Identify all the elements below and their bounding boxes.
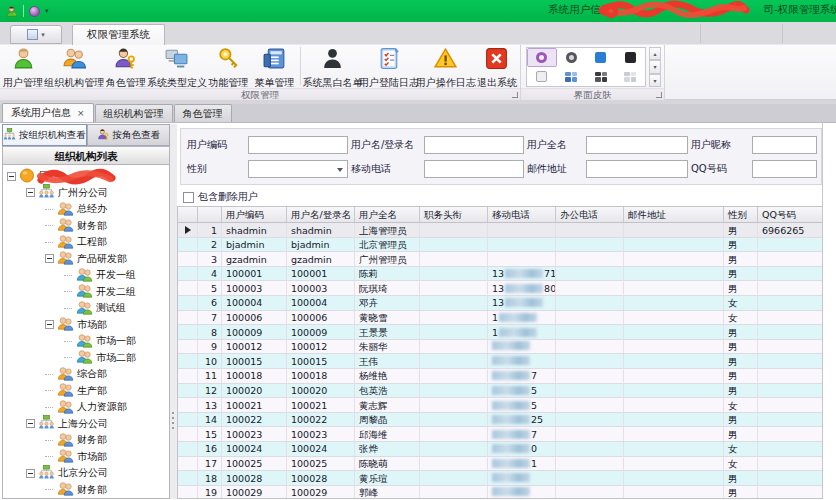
tree-node-测试组[interactable]: 测试组 — [3, 300, 169, 317]
table-row[interactable]: 9100012100012朱丽华男 — [178, 340, 822, 355]
table-row[interactable]: 19100029100029郭峰男 — [178, 486, 822, 499]
table-row[interactable]: 18100028100028黄乐瑄男 — [178, 471, 822, 486]
tree-node-开发一组[interactable]: 开发一组 — [3, 267, 169, 284]
table-row[interactable]: 17100025100025陈晓萌1女 — [178, 457, 822, 472]
table-row[interactable]: 11100018100018杨维艳7男 — [178, 369, 822, 384]
filter-input-用户昵称[interactable] — [752, 136, 817, 154]
gallery-dropdown-button[interactable]: ▾ — [649, 74, 661, 87]
column-header-用户编码[interactable]: 用户编码 — [222, 207, 287, 222]
table-row[interactable]: 13100021100021黄志辉5女 — [178, 398, 822, 413]
skin-blue-square[interactable] — [586, 48, 616, 67]
column-header-用户全名[interactable]: 用户全名 — [355, 207, 420, 222]
tree-node-人力资源部[interactable]: 人力资源部 — [3, 399, 169, 416]
table-row[interactable]: 10100015100015王伟男 — [178, 354, 822, 369]
doc-tab-系统用户信息[interactable]: 系统用户信息× — [2, 103, 94, 122]
column-header-性别[interactable]: 性别 — [724, 207, 758, 222]
skin-white-square[interactable] — [527, 67, 557, 86]
skin-blue-grid[interactable] — [557, 67, 587, 86]
filter-input-用户全名[interactable] — [586, 136, 688, 154]
expand-minus-icon[interactable] — [26, 469, 35, 478]
table-row[interactable]: 7100006100006黄晓雪1女 — [178, 311, 822, 326]
ribbon-button-2[interactable]: 组织机构管理 — [46, 45, 103, 88]
filter-input-邮件地址[interactable] — [586, 160, 688, 178]
tree-node-市场部[interactable]: 市场部 — [3, 449, 169, 466]
phone-blur-block — [492, 459, 530, 468]
table-row[interactable]: 6100004100004邓卉13女 — [178, 296, 822, 311]
dialog-launcher-icon[interactable] — [512, 92, 518, 98]
skin-light-grid[interactable] — [616, 67, 646, 86]
ribbon-button-5[interactable]: 功能管理 — [205, 45, 251, 88]
expand-minus-icon[interactable] — [45, 320, 54, 329]
quick-access-skin-icon[interactable] — [29, 6, 40, 17]
expand-minus-icon[interactable] — [26, 188, 35, 197]
view-tab-按组织机构查看[interactable]: 按组织机构查看 — [2, 124, 87, 146]
tree-node-市场部[interactable]: 市场部 — [3, 317, 169, 334]
expand-minus-icon[interactable] — [45, 254, 54, 263]
ribbon-button-4[interactable]: 系统类型定义 — [149, 45, 206, 88]
table-row[interactable]: 16100024100024张烨0女 — [178, 442, 822, 457]
table-row[interactable]: 15100023100023邱海维7男 — [178, 427, 822, 442]
ribbon-button-7[interactable]: 系统黑白名单 — [304, 45, 361, 88]
gallery-scroll-down-button[interactable]: ▾ — [649, 60, 661, 73]
table-row[interactable]: 1shadminshadmin上海管理员男6966265 — [178, 223, 822, 238]
column-header-QQ号码[interactable]: QQ号码 — [758, 207, 822, 222]
expand-minus-icon[interactable] — [7, 172, 16, 181]
table-row[interactable]: 3gzadmingzadmin广州管理员男 — [178, 252, 822, 267]
dialog-launcher-icon[interactable] — [656, 92, 662, 98]
tree-node-上海分公司[interactable]: 上海分公司 — [3, 416, 169, 433]
expand-minus-icon[interactable] — [26, 419, 35, 428]
skin-black-square[interactable] — [616, 48, 646, 67]
filter-input-移动电话[interactable] — [424, 160, 524, 178]
tree-node-财务部[interactable]: 财务部 — [3, 218, 169, 235]
doc-tab-组织机构管理[interactable]: 组织机构管理 — [95, 104, 173, 122]
ribbon-button-1[interactable]: 用户管理 — [0, 45, 46, 88]
panel-splitter[interactable] — [170, 124, 177, 499]
filter-input-QQ号码[interactable] — [752, 160, 817, 178]
gender-select[interactable] — [248, 160, 348, 178]
skin-dark-circle[interactable] — [557, 48, 587, 67]
ribbon-button-9[interactable]: 用户操作日志 — [417, 45, 474, 88]
cell-用户名/登录名: 100023 — [287, 427, 355, 442]
ribbon-button-3[interactable]: 角色管理 — [103, 45, 149, 88]
column-header-办公电话[interactable]: 办公电话 — [556, 207, 624, 222]
include-deleted-checkbox[interactable] — [183, 192, 194, 203]
tree-node-北京分公司[interactable]: 北京分公司 — [3, 465, 169, 482]
tree-node-工程部[interactable]: 工程部 — [3, 234, 169, 251]
tree-node-市场二部[interactable]: 市场二部 — [3, 350, 169, 367]
column-header-移动电话[interactable]: 移动电话 — [488, 207, 556, 222]
table-row[interactable]: 8100009100009王景景1男 — [178, 325, 822, 340]
table-row[interactable]: 2bjadminbjadmin北京管理员男 — [178, 238, 822, 253]
column-header-邮件地址[interactable]: 邮件地址 — [624, 207, 724, 222]
table-row[interactable]: 14100022100022周黎晶25男 — [178, 413, 822, 428]
gallery-scroll-up-button[interactable]: ▴ — [649, 47, 661, 60]
close-icon[interactable]: × — [77, 108, 85, 118]
tree-node-生产部[interactable]: 生产部 — [3, 383, 169, 400]
ribbon-button-8[interactable]: 用户登陆日志 — [361, 45, 418, 88]
tree-node-市场一部[interactable]: 市场一部 — [3, 333, 169, 350]
tree-node-root[interactable]: 团 — [3, 168, 169, 185]
tree-node-产品研发部[interactable]: 产品研发部 — [3, 251, 169, 268]
doc-tab-角色管理[interactable]: 角色管理 — [174, 104, 232, 122]
dropdown-caret-icon[interactable]: ▾ — [45, 7, 49, 15]
table-row[interactable]: 5100003100003阮琪琦1380男 — [178, 281, 822, 296]
ribbon-button-10[interactable]: 退出系统 — [474, 45, 520, 88]
cell-性别: 男 — [724, 384, 758, 399]
ribbon-tab-permission-system[interactable]: 权限管理系统 — [72, 24, 165, 45]
skin-purple-circle[interactable] — [527, 48, 557, 67]
tree-node-财务部[interactable]: 财务部 — [3, 432, 169, 449]
tree-node-广州分公司[interactable]: 广州分公司 — [3, 185, 169, 202]
filter-input-用户名/登录名[interactable] — [424, 136, 524, 154]
ribbon-button-6[interactable]: 菜单管理 — [251, 45, 297, 88]
table-row[interactable]: 4100001100001陈莉137123男 — [178, 267, 822, 282]
column-header-用户名/登录名[interactable]: 用户名/登录名 — [287, 207, 355, 222]
tree-node-开发二组[interactable]: 开发二组 — [3, 284, 169, 301]
skin-dark-grid[interactable] — [586, 67, 616, 86]
filter-input-用户编码[interactable] — [248, 136, 348, 154]
tree-node-综合部[interactable]: 综合部 — [3, 366, 169, 383]
tree-node-财务部[interactable]: 财务部 — [3, 482, 169, 499]
table-row[interactable]: 12100020100020包英浩5男 — [178, 384, 822, 399]
view-tab-按角色查看[interactable]: 按角色查看 — [87, 124, 171, 146]
tree-node-总经办[interactable]: 总经办 — [3, 201, 169, 218]
file-menu-button[interactable]: ▾ — [10, 25, 62, 44]
column-header-职务头衔[interactable]: 职务头衔 — [420, 207, 488, 222]
